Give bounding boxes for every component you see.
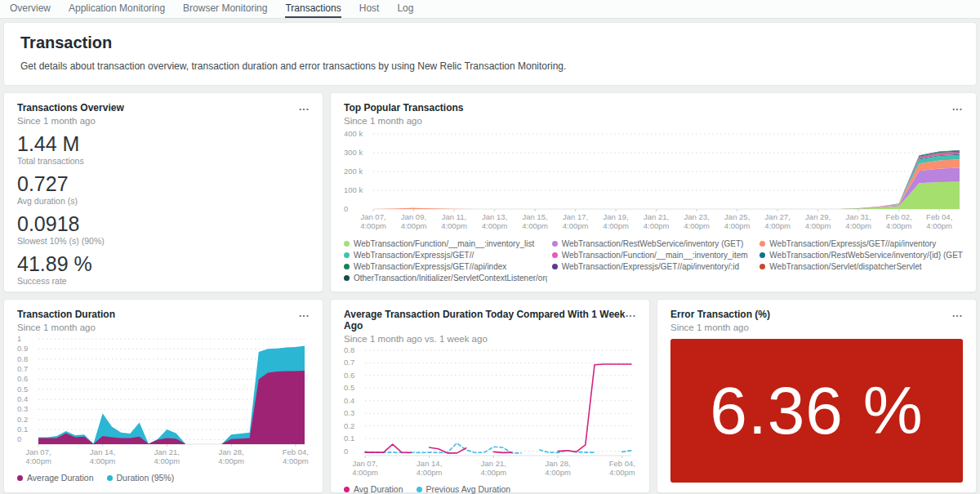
svg-text:0.4: 0.4	[17, 394, 28, 403]
legend-label: Average Duration	[27, 473, 94, 483]
svg-text:4:00pm: 4:00pm	[805, 221, 831, 230]
legend-item[interactable]: Avg Duration	[344, 484, 403, 494]
metric-value: 0.0918	[17, 213, 310, 234]
svg-text:Jan 17,: Jan 17,	[563, 212, 588, 221]
legend-item[interactable]: WebTransaction/Function/__main__:invento…	[344, 239, 547, 248]
legend-item[interactable]: Duration (95%)	[107, 473, 175, 483]
legend-item[interactable]: Average Duration	[17, 473, 94, 483]
metric-total-transactions: 1.44 M Total transactions	[17, 133, 310, 166]
svg-text:Jan 14,: Jan 14,	[90, 447, 115, 456]
svg-text:4:00pm: 4:00pm	[845, 221, 871, 230]
svg-text:4:00pm: 4:00pm	[545, 468, 571, 477]
svg-text:400 k: 400 k	[344, 129, 363, 138]
svg-text:0.6: 0.6	[17, 374, 28, 383]
metric-value: 41.89 %	[17, 253, 310, 274]
panel-menu-icon[interactable]: ...	[626, 309, 636, 318]
dashboard-page: Overview Application Monitoring Browser …	[0, 0, 980, 494]
tab-host[interactable]: Host	[359, 0, 380, 18]
series-color-dot	[552, 264, 558, 269]
panel-menu-icon[interactable]: ...	[952, 309, 963, 318]
legend-label: WebTransaction/Function/__main__:invento…	[562, 251, 748, 260]
svg-text:4:00pm: 4:00pm	[441, 221, 467, 230]
legend-label: WebTransaction/Servlet/dispatcherServlet	[769, 262, 921, 271]
svg-text:0.2: 0.2	[344, 421, 354, 430]
legend-item[interactable]: WebTransaction/Function/__main__:invento…	[552, 251, 755, 260]
legend-label: Duration (95%)	[117, 473, 175, 483]
legend-item[interactable]: Previous Avg Duration	[416, 484, 511, 494]
panel-title: Transactions Overview	[17, 102, 124, 113]
panel-menu-icon[interactable]: ...	[299, 102, 310, 112]
panel-menu-icon[interactable]: ...	[952, 102, 963, 112]
legend-label: WebTransaction/Expressjs/GET//api/invent…	[562, 262, 739, 271]
metric-label: Avg duration (s)	[17, 196, 310, 206]
legend-label: OtherTransaction/Initializer/ServletCont…	[354, 274, 547, 283]
panel-subtitle: Since 1 month ago vs. 1 week ago	[344, 334, 626, 344]
page-title: Transaction	[20, 33, 960, 52]
page-header: Transaction Get details about transactio…	[3, 22, 977, 86]
top-popular-transactions-chart[interactable]: 0100 k200 k300 k400 kJan 07,4:00pmJan 09…	[344, 127, 963, 234]
series-color-dot	[552, 241, 558, 247]
panel-title: Average Transaction Duration Today Compa…	[344, 309, 626, 332]
panel-transaction-duration: Transaction Duration Since 1 month ago .…	[3, 299, 323, 493]
svg-text:4:00pm: 4:00pm	[90, 456, 116, 465]
series-color-dot	[552, 252, 558, 258]
svg-text:Jan 07,: Jan 07,	[360, 212, 385, 221]
svg-text:Jan 21,: Jan 21,	[644, 212, 669, 221]
svg-text:4:00pm: 4:00pm	[25, 456, 51, 465]
svg-text:Jan 31,: Jan 31,	[846, 212, 871, 221]
tab-application-monitoring[interactable]: Application Monitoring	[69, 0, 165, 18]
legend-item[interactable]: WebTransaction/RestWebService/inventory …	[552, 239, 755, 248]
legend-item[interactable]: WebTransaction/Expressjs/GET//api/index	[344, 262, 547, 271]
svg-text:1: 1	[17, 334, 21, 343]
svg-text:Jan 07,: Jan 07,	[352, 459, 377, 468]
series-color-dot	[344, 487, 350, 492]
top-nav: Overview Application Monitoring Browser …	[0, 0, 980, 19]
legend-item[interactable]: WebTransaction/Expressjs/GET//api/invent…	[760, 239, 963, 248]
series-color-dot	[416, 487, 422, 492]
legend-item[interactable]: WebTransaction/Expressjs/GET//	[344, 251, 547, 260]
tab-transactions[interactable]: Transactions	[285, 0, 341, 18]
svg-text:200 k: 200 k	[344, 167, 363, 176]
svg-text:Jan 13,: Jan 13,	[482, 212, 507, 221]
legend-label: WebTransaction/RestWebService/inventory/…	[769, 251, 963, 260]
top-popular-legend: WebTransaction/Function/__main__:invento…	[344, 239, 963, 283]
svg-text:Jan 25,: Jan 25,	[724, 212, 750, 221]
metric-label: Slowest 10% (s) (90%)	[17, 236, 310, 246]
svg-text:Jan 27,: Jan 27,	[765, 212, 791, 221]
svg-text:4:00pm: 4:00pm	[416, 468, 443, 477]
tab-overview[interactable]: Overview	[10, 0, 51, 18]
transaction-duration-chart[interactable]: 00.10.20.30.40.50.60.70.80.91Jan 07,4:00…	[17, 334, 310, 469]
legend-label: WebTransaction/Function/__main__:invento…	[354, 239, 534, 248]
svg-text:Jan 11,: Jan 11,	[442, 212, 466, 221]
legend-label: Avg Duration	[354, 484, 403, 494]
panel-subtitle: Since 1 month ago	[670, 323, 770, 332]
metric-success-rate: 41.89 % Success rate	[17, 253, 310, 286]
svg-text:0: 0	[344, 204, 348, 213]
legend-label: WebTransaction/Expressjs/GET//	[354, 251, 474, 260]
panel-subtitle: Since 1 month ago	[17, 116, 124, 126]
svg-text:4:00pm: 4:00pm	[886, 221, 912, 230]
svg-text:0: 0	[17, 434, 21, 443]
svg-text:0: 0	[344, 447, 348, 456]
svg-text:Jan 21,: Jan 21,	[481, 459, 506, 468]
legend-item[interactable]: WebTransaction/Servlet/dispatcherServlet	[760, 262, 963, 271]
svg-text:4:00pm: 4:00pm	[481, 468, 507, 477]
metric-value: 1.44 M	[17, 133, 310, 154]
svg-text:Feb 02,: Feb 02,	[886, 212, 912, 221]
svg-text:4:00pm: 4:00pm	[522, 221, 548, 230]
legend-item[interactable]: WebTransaction/Expressjs/GET//api/invent…	[552, 262, 755, 271]
panel-error-transaction: Error Transaction (%) Since 1 month ago …	[657, 299, 977, 493]
svg-text:0.8: 0.8	[344, 345, 354, 354]
tab-log[interactable]: Log	[397, 0, 413, 18]
legend-column: WebTransaction/Expressjs/GET//api/invent…	[760, 239, 963, 283]
svg-text:4:00pm: 4:00pm	[352, 468, 378, 477]
legend-item[interactable]: WebTransaction/RestWebService/inventory/…	[760, 251, 963, 260]
error-percentage-billboard: 6.36 %	[670, 339, 963, 483]
panel-menu-icon[interactable]: ...	[299, 309, 310, 318]
svg-text:0.4: 0.4	[344, 396, 354, 405]
tab-browser-monitoring[interactable]: Browser Monitoring	[183, 0, 267, 18]
series-color-dot	[760, 241, 765, 247]
svg-text:Jan 21,: Jan 21,	[154, 447, 180, 456]
legend-item[interactable]: OtherTransaction/Initializer/ServletCont…	[344, 274, 547, 283]
avg-duration-comparison-chart[interactable]: 00.10.20.30.40.50.60.70.8Jan 07,4:00pmJa…	[344, 345, 636, 480]
